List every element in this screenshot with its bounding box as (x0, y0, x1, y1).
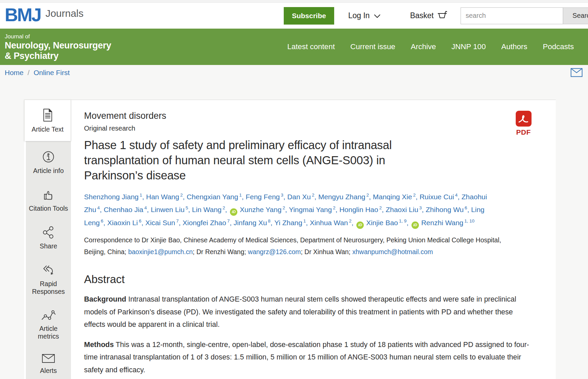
article-content: Movement disorders Original research Pha… (84, 100, 536, 376)
sidebar-item-article-metrics[interactable]: Article metrics (29, 308, 68, 340)
nav-item-latest-content[interactable]: Latest content (287, 42, 335, 51)
abstract-heading: Abstract (84, 273, 536, 286)
sidebar-item-rapid-responses[interactable]: Rapid Responses (29, 263, 68, 296)
article-subsection: Original research (84, 125, 536, 132)
nav-item-current-issue[interactable]: Current issue (350, 42, 395, 51)
sidebar-item-label: Article Text (32, 126, 64, 133)
email-page-icon[interactable] (571, 68, 583, 77)
article-title: Phase 1 study of safety and preliminary … (84, 138, 445, 183)
author-link[interactable]: Lin Wang2 (192, 206, 225, 213)
correspondence-email-link[interactable]: xhwanpumch@hotmail.com (352, 248, 433, 255)
sidebar-item-label: Share (40, 242, 57, 250)
sidebar-item-alerts[interactable]: Alerts (29, 353, 68, 375)
article-sidebar: Article info Citation Tools Share (26, 141, 71, 379)
correspondence-email-link[interactable]: wangrz@126.com (248, 248, 301, 255)
author-link[interactable]: Yingmai Yang2 (289, 206, 336, 213)
share-icon (41, 225, 55, 241)
author-link[interactable]: Feng Feng3 (246, 193, 283, 201)
search-button[interactable]: Search (563, 7, 588, 24)
author-link[interactable]: Shenzhong Jiang1 (84, 193, 142, 201)
metrics-icon (41, 308, 56, 323)
correspondence-email-link[interactable]: baoxinjie1@pumch.cn (128, 248, 193, 255)
bmj-logo-suffix: Journals (45, 8, 83, 19)
sidebar-item-label: Citation Tools (29, 205, 68, 212)
basket-icon (437, 10, 448, 22)
author-link[interactable]: Dan Xu2 (287, 193, 314, 201)
journal-kicker: Journal of (5, 33, 111, 40)
orcid-icon[interactable]: iD (230, 208, 237, 216)
bmj-logo-text: BMJ (5, 6, 41, 24)
author-link[interactable]: iDXinjie Bao1, 9 (355, 219, 406, 227)
sidebar-item-label: Article info (33, 167, 64, 175)
author-link[interactable]: iDRenzhi Wang1, 10 (410, 219, 474, 227)
author-link[interactable]: Manqing Xie2 (373, 193, 416, 201)
info-icon (41, 150, 55, 165)
envelope-icon (41, 353, 56, 365)
breadcrumb-separator: / (28, 69, 30, 77)
sidebar-item-label: Rapid Responses (29, 280, 68, 296)
sidebar-item-label: Alerts (40, 367, 57, 375)
sidebar-item-citation-tools[interactable]: Citation Tools (29, 187, 68, 212)
author-link[interactable]: Ruixue Cui4 (420, 193, 458, 201)
login-label: Log In (348, 11, 370, 20)
nav-item-podcasts[interactable]: Podcasts (543, 42, 574, 51)
journal-title-line2: & Psychiatry (5, 51, 111, 61)
correspondence: Correspondence to Dr Xinjie Bao, Chinese… (84, 234, 503, 257)
journal-title-line1: Neurology, Neurosurgery (5, 40, 111, 50)
author-link[interactable]: Yi Zhang1 (274, 219, 306, 227)
breadcrumb-home-link[interactable]: Home (5, 69, 24, 77)
author-list: Shenzhong Jiang1, Han Wang2, Chengxian Y… (84, 191, 489, 230)
author-link[interactable]: Linwen Liu5 (151, 206, 188, 213)
article-card: Article Text Article info Citation Tools (24, 100, 556, 379)
article-text-icon (41, 108, 54, 124)
nav-item-archive[interactable]: Archive (411, 42, 436, 51)
sidebar-item-label: Article metrics (29, 325, 68, 340)
sidebar-item-article-info[interactable]: Article info (29, 150, 68, 175)
article-section: Movement disorders (84, 111, 536, 121)
thumbs-up-icon (41, 187, 55, 203)
header-search: Search (461, 7, 588, 24)
author-link[interactable]: Jinfang Xu8 (234, 219, 271, 227)
reply-arrows-icon (41, 263, 55, 278)
author-link[interactable]: Han Wang2 (146, 193, 183, 201)
author-link[interactable]: Chengxian Yang1 (187, 193, 242, 201)
subscribe-button[interactable]: Subscribe (284, 7, 334, 25)
abstract-methods: Methods This was a 12-month, single-cent… (84, 339, 536, 376)
author-link[interactable]: Xicai Sun7 (145, 219, 179, 227)
author-link[interactable]: Honglin Hao2 (339, 206, 382, 213)
sidebar-item-article-text[interactable]: Article Text (24, 100, 71, 141)
chevron-down-icon (374, 11, 381, 20)
journal-bar: Journal of Neurology, Neurosurgery & Psy… (0, 29, 588, 65)
browser-top-strip (0, 0, 588, 3)
journal-identity[interactable]: Journal of Neurology, Neurosurgery & Psy… (5, 33, 111, 61)
login-button[interactable]: Log In (348, 11, 381, 20)
nav-item-jnnp-100[interactable]: JNNP 100 (452, 42, 486, 51)
basket-label: Basket (410, 11, 434, 20)
author-link[interactable]: iDXunzhe Yang2 (229, 206, 285, 213)
author-link[interactable]: Chenhao Jia4 (104, 206, 147, 213)
orcid-icon[interactable]: iD (411, 221, 419, 229)
author-link[interactable]: Xiongfei Zhao7 (183, 219, 230, 227)
search-input[interactable] (461, 7, 563, 24)
sidebar-item-share[interactable]: Share (29, 225, 68, 250)
basket-button[interactable]: Basket (410, 10, 448, 22)
author-link[interactable]: Mengyu Zhang2 (318, 193, 369, 201)
breadcrumb: Home / Online First (0, 65, 588, 80)
author-link[interactable]: Xinhua Wan2 (310, 219, 351, 227)
journal-nav: Latest content Current issue Archive JNN… (287, 42, 583, 51)
site-header: BMJ Journals Subscribe Log In Basket Sea… (0, 3, 588, 29)
author-link[interactable]: Zhaoxi Liu3 (386, 206, 422, 213)
orcid-icon[interactable]: iD (356, 221, 364, 229)
bmj-logo[interactable]: BMJ Journals (5, 6, 84, 25)
nav-item-authors[interactable]: Authors (501, 42, 527, 51)
abstract-background: Background Intranasal transplantation of… (84, 293, 536, 331)
breadcrumb-online-first-link[interactable]: Online First (34, 69, 70, 77)
author-link[interactable]: Xiaoxin Li6 (107, 219, 142, 227)
author-link[interactable]: Zhihong Wu6 (426, 206, 467, 213)
